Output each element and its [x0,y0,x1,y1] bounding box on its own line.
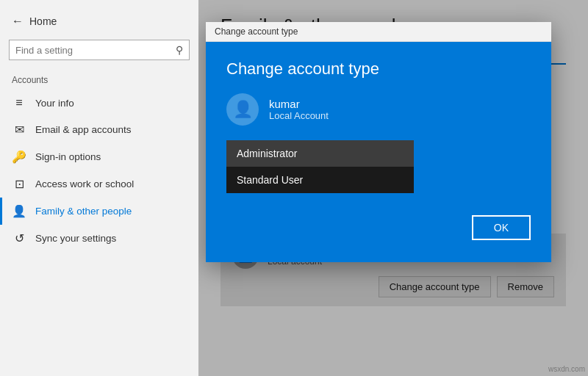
search-box: ⚲ [9,40,190,60]
sidebar-item-work[interactable]: ⊡ Access work or school [0,170,198,198]
account-type-dropdown[interactable]: Administrator Standard User [226,140,414,193]
search-icon: ⚲ [176,44,183,56]
sidebar-home[interactable]: ← Home [0,9,198,34]
dialog-avatar-icon: 👤 [233,100,253,119]
dialog-window: Change account type Change account type … [206,22,551,262]
dialog-avatar: 👤 [226,93,259,126]
work-icon: ⊡ [12,177,26,191]
sidebar-item-work-label: Access work or school [35,178,134,189]
sidebar-item-email[interactable]: ✉ Email & app accounts [0,116,198,143]
main-content: Family & other people Your family 👤 kuma… [198,0,588,376]
dropdown-item-administrator[interactable]: Administrator [226,140,414,167]
sidebar-section-label: Accounts [0,66,198,90]
sidebar-item-sync-label: Sync your settings [35,233,116,244]
signin-icon: 🔑 [12,150,26,164]
dialog-account-label: Local Account [269,110,329,121]
dialog-heading: Change account type [226,59,531,79]
dialog-footer: OK [226,208,531,240]
sidebar-item-sync[interactable]: ↺ Sync your settings [0,225,198,252]
sidebar-item-family-label: Family & other people [35,206,132,217]
dialog-overlay: Change account type Change account type … [198,0,588,376]
sidebar-item-signin[interactable]: 🔑 Sign-in options [0,143,198,170]
home-icon: ← [12,15,24,28]
search-input[interactable] [15,45,171,56]
sidebar-item-your-info-label: Your info [35,98,74,109]
sidebar: ← Home ⚲ Accounts ≡ Your info ✉ Email & … [0,0,198,376]
sync-icon: ↺ [12,231,26,245]
dialog-user-info: kumar Local Account [269,98,329,121]
dialog-user-row: 👤 kumar Local Account [226,93,531,126]
sidebar-item-your-info[interactable]: ≡ Your info [0,90,198,116]
sidebar-item-signin-label: Sign-in options [35,151,101,162]
email-icon: ✉ [12,123,26,137]
sidebar-home-label: Home [29,15,57,27]
family-icon: 👤 [12,204,26,218]
dialog-ok-button[interactable]: OK [472,215,531,240]
dialog-titlebar: Change account type [206,22,551,42]
dialog-body: Change account type 👤 kumar Local Accoun… [206,42,551,262]
sidebar-item-email-label: Email & app accounts [35,124,132,135]
dialog-username: kumar [269,98,329,110]
sidebar-item-family[interactable]: 👤 Family & other people [0,198,198,225]
your-info-icon: ≡ [12,96,26,109]
dropdown-item-standard-user[interactable]: Standard User [226,167,414,193]
